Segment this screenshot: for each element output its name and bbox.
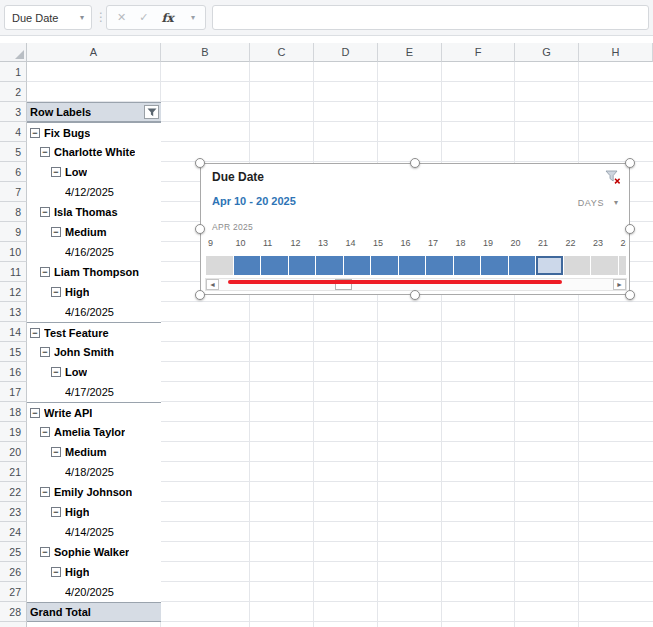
timeline-day-cell-selected[interactable] <box>261 256 288 275</box>
scroll-left-icon[interactable]: ◄ <box>206 279 219 290</box>
pivot-cell-row-6[interactable]: −Low <box>27 162 161 182</box>
row-header-9[interactable]: 9 <box>0 222 27 242</box>
name-box[interactable]: Due Date ▾ <box>4 5 92 30</box>
timeline-day-cell-selected[interactable] <box>234 256 261 275</box>
pivot-cell-row-27[interactable]: 4/20/2025 <box>27 582 161 602</box>
row-header-21[interactable]: 21 <box>0 462 27 482</box>
collapse-icon[interactable]: − <box>51 507 61 517</box>
pivot-cell-row-17[interactable]: 4/17/2025 <box>27 382 161 402</box>
timeline-day-cell[interactable] <box>591 256 618 275</box>
selection-handle[interactable] <box>195 224 205 234</box>
collapse-icon[interactable]: − <box>40 547 50 557</box>
pivot-cell-row-24[interactable]: 4/14/2025 <box>27 522 161 542</box>
column-header-e[interactable]: E <box>378 43 442 62</box>
cancel-icon[interactable]: ✕ <box>117 11 126 24</box>
collapse-icon[interactable]: − <box>40 427 50 437</box>
collapse-icon[interactable]: − <box>51 567 61 577</box>
selection-handle[interactable] <box>625 158 635 168</box>
selection-handle[interactable] <box>195 158 205 168</box>
collapse-icon[interactable]: − <box>40 487 50 497</box>
pivot-cell-row-19[interactable]: −Amelia Taylor <box>27 422 161 442</box>
pivot-cell-row-21[interactable]: 4/18/2025 <box>27 462 161 482</box>
timeline-period-dropdown[interactable]: DAYS <box>578 198 604 208</box>
pivot-cell-row-7[interactable]: 4/12/2025 <box>27 182 161 202</box>
timeline-day-cell-selected[interactable] <box>454 256 481 275</box>
row-header-18[interactable]: 18 <box>0 402 27 422</box>
row-header-28[interactable]: 28 <box>0 602 27 622</box>
pivot-cell-row-20[interactable]: −Medium <box>27 442 161 462</box>
timeline-day-cell[interactable] <box>564 256 591 275</box>
row-header-26[interactable]: 26 <box>0 562 27 582</box>
row-header-3[interactable]: 3 <box>0 102 27 122</box>
row-header-29[interactable]: 29 <box>0 622 27 627</box>
column-header-h[interactable]: H <box>579 43 653 62</box>
collapse-icon[interactable]: − <box>51 227 61 237</box>
pivot-cell-row-13[interactable]: 4/16/2025 <box>27 302 161 322</box>
pivot-cell-row-16[interactable]: −Low <box>27 362 161 382</box>
timeline-day-cell-selected[interactable] <box>399 256 426 275</box>
sheet-grid[interactable]: Row Labels−Fix Bugs−Charlotte White−Low4… <box>27 62 653 627</box>
collapse-icon[interactable]: − <box>30 328 40 338</box>
row-header-15[interactable]: 15 <box>0 342 27 362</box>
timeline-day-cell[interactable] <box>206 256 233 275</box>
column-header-f[interactable]: F <box>442 43 515 62</box>
scroll-right-icon[interactable]: ► <box>613 279 626 290</box>
collapse-icon[interactable]: − <box>51 167 61 177</box>
column-header-d[interactable]: D <box>314 43 378 62</box>
formula-options-chevron-icon[interactable]: ▾ <box>191 13 195 22</box>
collapse-icon[interactable]: − <box>51 447 61 457</box>
timeline-day-cell-selected[interactable] <box>289 256 316 275</box>
row-header-4[interactable]: 4 <box>0 122 27 142</box>
column-header-c[interactable]: C <box>250 43 314 62</box>
enter-icon[interactable]: ✓ <box>139 11 148 24</box>
timeline-slicer[interactable]: Due Date Apr 10 - 20 2025 DAYS ▾ APR 202… <box>200 163 630 295</box>
collapse-icon[interactable]: − <box>30 128 40 138</box>
timeline-day-cell-selected[interactable] <box>481 256 508 275</box>
pivot-cell-row-14[interactable]: −Test Feature <box>27 322 161 342</box>
selection-handle[interactable] <box>410 158 420 168</box>
row-header-13[interactable]: 13 <box>0 302 27 322</box>
chevron-down-icon[interactable]: ▾ <box>614 198 618 207</box>
timeline-day-cell-selected[interactable] <box>426 256 453 275</box>
insert-function-icon[interactable]: fx <box>161 11 173 25</box>
row-header-23[interactable]: 23 <box>0 502 27 522</box>
row-header-2[interactable]: 2 <box>0 82 27 102</box>
pivot-cell-row-4[interactable]: −Fix Bugs <box>27 122 161 142</box>
row-header-25[interactable]: 25 <box>0 542 27 562</box>
selection-handle[interactable] <box>625 290 635 300</box>
pivot-cell-row-22[interactable]: −Emily Johnson <box>27 482 161 502</box>
row-header-24[interactable]: 24 <box>0 522 27 542</box>
column-header-g[interactable]: G <box>515 43 579 62</box>
column-header-b[interactable]: B <box>161 43 250 62</box>
pivot-cell-row-25[interactable]: −Sophie Walker <box>27 542 161 562</box>
timeline-day-cell-selected[interactable] <box>371 256 398 275</box>
timeline-selection-handle-cell[interactable] <box>536 256 563 275</box>
timeline-day-cell-selected[interactable] <box>316 256 343 275</box>
timeline-day-cell-selected[interactable] <box>509 256 536 275</box>
timeline-day-cell-selected[interactable] <box>344 256 371 275</box>
collapse-icon[interactable]: − <box>51 367 61 377</box>
collapse-icon[interactable]: − <box>40 267 50 277</box>
row-header-16[interactable]: 16 <box>0 362 27 382</box>
pivot-cell-row-3[interactable]: Row Labels <box>27 102 161 122</box>
pivot-cell-row-9[interactable]: −Medium <box>27 222 161 242</box>
row-header-14[interactable]: 14 <box>0 322 27 342</box>
timeline-track[interactable] <box>206 256 626 275</box>
collapse-icon[interactable]: − <box>40 347 50 357</box>
pivot-cell-row-28[interactable]: Grand Total <box>27 602 161 622</box>
row-header-10[interactable]: 10 <box>0 242 27 262</box>
row-header-19[interactable]: 19 <box>0 422 27 442</box>
row-header-12[interactable]: 12 <box>0 282 27 302</box>
pivot-cell-row-8[interactable]: −Isla Thomas <box>27 202 161 222</box>
pivot-cell-row-18[interactable]: −Write API <box>27 402 161 422</box>
row-header-17[interactable]: 17 <box>0 382 27 402</box>
timeline-day-cell[interactable] <box>619 256 627 275</box>
row-header-11[interactable]: 11 <box>0 262 27 282</box>
pivot-cell-row-26[interactable]: −High <box>27 562 161 582</box>
pivot-cell-row-23[interactable]: −High <box>27 502 161 522</box>
pivot-cell-row-15[interactable]: −John Smith <box>27 342 161 362</box>
collapse-icon[interactable]: − <box>40 207 50 217</box>
selection-handle[interactable] <box>195 290 205 300</box>
formula-input[interactable] <box>212 5 649 30</box>
row-header-27[interactable]: 27 <box>0 582 27 602</box>
